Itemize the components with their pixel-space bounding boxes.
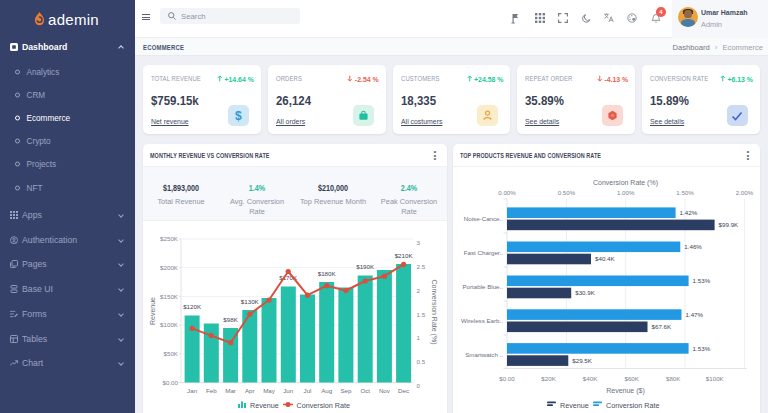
svg-text:$250K: $250K xyxy=(160,235,179,242)
svg-text:$200K: $200K xyxy=(160,264,179,271)
svg-text:0.5: 0.5 xyxy=(417,358,426,365)
svg-text:Conversion Rate (%): Conversion Rate (%) xyxy=(430,280,438,345)
svg-text:Noise-Cance..: Noise-Cance.. xyxy=(464,215,503,222)
svg-text:Smartwatch ..: Smartwatch .. xyxy=(465,351,503,358)
svg-text:2: 2 xyxy=(417,287,421,294)
svg-text:$100K: $100K xyxy=(160,321,179,328)
svg-text:1.50%: 1.50% xyxy=(676,189,694,196)
svg-text:$120K: $120K xyxy=(183,303,202,310)
svg-text:Nov: Nov xyxy=(379,387,391,394)
svg-text:$80K: $80K xyxy=(666,375,681,382)
svg-text:Aug: Aug xyxy=(321,387,333,394)
svg-text:Conversion Rate (%): Conversion Rate (%) xyxy=(593,179,658,187)
svg-text:1.53%: 1.53% xyxy=(693,345,711,352)
svg-text:$50K: $50K xyxy=(164,350,179,357)
svg-text:$40.4K: $40.4K xyxy=(595,255,615,262)
svg-text:$98K: $98K xyxy=(223,316,238,323)
svg-text:Conversion Rate: Conversion Rate xyxy=(297,401,351,410)
svg-text:Sep: Sep xyxy=(340,387,352,394)
svg-text:Jan: Jan xyxy=(187,387,198,394)
svg-text:$40K: $40K xyxy=(583,375,598,382)
svg-text:$99.9K: $99.9K xyxy=(719,221,739,228)
svg-text:$150K: $150K xyxy=(160,293,179,300)
svg-text:Revenue: Revenue xyxy=(560,401,589,410)
svg-text:Apr: Apr xyxy=(245,387,255,394)
svg-text:Portable Blue..: Portable Blue.. xyxy=(462,283,503,290)
svg-text:Revenue ($): Revenue ($) xyxy=(606,387,645,395)
svg-text:Mar: Mar xyxy=(225,387,236,394)
svg-text:2.5: 2.5 xyxy=(417,263,426,270)
svg-text:$0.00: $0.00 xyxy=(163,379,179,386)
svg-text:Oct: Oct xyxy=(360,387,370,394)
svg-text:Jul: Jul xyxy=(304,387,312,394)
svg-text:$67.6K: $67.6K xyxy=(652,323,672,330)
svg-text:$60K: $60K xyxy=(624,375,639,382)
svg-text:$100K: $100K xyxy=(706,375,725,382)
svg-text:Feb: Feb xyxy=(206,387,217,394)
svg-text:Fast Charger..: Fast Charger.. xyxy=(464,249,503,256)
svg-text:Revenue: Revenue xyxy=(250,401,279,410)
svg-text:1.47%: 1.47% xyxy=(686,311,704,318)
svg-text:$0.00: $0.00 xyxy=(499,375,515,382)
svg-text:Dec: Dec xyxy=(398,387,409,394)
svg-text:$210K: $210K xyxy=(395,252,414,259)
svg-text:$190K: $190K xyxy=(356,263,375,270)
svg-text:1.00%: 1.00% xyxy=(617,189,635,196)
svg-text:$29.5K: $29.5K xyxy=(572,357,592,364)
svg-text:May: May xyxy=(263,387,276,394)
svg-text:3: 3 xyxy=(417,239,421,246)
svg-text:$30.9K: $30.9K xyxy=(575,289,595,296)
svg-text:0.50%: 0.50% xyxy=(558,189,576,196)
svg-text:1.42%: 1.42% xyxy=(680,209,698,216)
svg-text:1.53%: 1.53% xyxy=(693,277,711,284)
svg-text:0: 0 xyxy=(417,382,421,389)
svg-text:2.00%: 2.00% xyxy=(736,189,754,196)
svg-text:Wireless Earb..: Wireless Earb.. xyxy=(461,317,503,324)
svg-text:Jun: Jun xyxy=(283,387,294,394)
svg-text:$20K: $20K xyxy=(541,375,556,382)
svg-text:0.00%: 0.00% xyxy=(498,189,516,196)
svg-text:1: 1 xyxy=(417,334,421,341)
svg-text:1.5: 1.5 xyxy=(417,311,426,318)
svg-text:Conversion Rate: Conversion Rate xyxy=(606,401,660,410)
svg-text:Revenue: Revenue xyxy=(149,297,156,325)
svg-text:1.46%: 1.46% xyxy=(684,243,702,250)
svg-text:$130K: $130K xyxy=(241,298,260,305)
svg-text:$180K: $180K xyxy=(318,270,337,277)
